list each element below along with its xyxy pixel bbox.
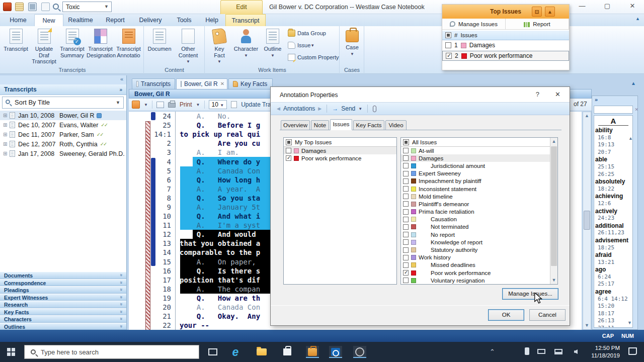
ribbon-tab-help[interactable]: Help xyxy=(201,14,222,26)
next-annotation-icon[interactable]: ▶ xyxy=(318,106,321,111)
chevron-down-icon[interactable]: » xyxy=(118,325,123,327)
all-issue-at-will[interactable]: At-will xyxy=(401,147,557,154)
expand-icon[interactable]: ⊞ xyxy=(3,113,10,118)
chevron-down-icon[interactable]: ▼ xyxy=(144,103,148,107)
all-issue-voluntary-resignation[interactable]: Voluntary resignation xyxy=(401,277,557,284)
issue-checkbox[interactable] xyxy=(403,163,409,168)
transcript-designation-button[interactable]: TranscriptDesignation xyxy=(87,28,114,58)
issue-checkbox[interactable] xyxy=(403,278,409,283)
ribbon-tab-realtime[interactable]: Realtime xyxy=(64,14,97,26)
cancel-button[interactable]: Cancel xyxy=(529,309,566,321)
manage-issues-button[interactable]: Manage Issues... xyxy=(502,288,558,300)
maximize-button[interactable]: ▢ xyxy=(601,2,614,10)
index-word[interactable]: actively xyxy=(594,208,632,215)
ribbon-tab-new[interactable]: New xyxy=(34,14,63,26)
word-index-menu-icon[interactable]: » xyxy=(592,96,637,105)
outline-button[interactable]: Outline▼ xyxy=(260,28,286,59)
index-word[interactable]: absolutely xyxy=(594,178,632,186)
expand-icon[interactable]: ⊞ xyxy=(3,122,10,128)
transcript-item-sweeney-gerald-ph-d[interactable]: ⊞Jan 17, 2008Sweeney, Gerald Ph.D. xyxy=(0,149,126,158)
data-group-button[interactable]: Data Group xyxy=(288,28,326,38)
action-center-icon[interactable] xyxy=(628,347,637,355)
all-issue-prima-facie-retaliation[interactable]: Prima facie retaliation xyxy=(401,208,557,216)
issue-button[interactable]: Issue ▼ xyxy=(288,40,314,50)
index-word[interactable]: achieving xyxy=(594,193,632,200)
battery-icon[interactable] xyxy=(537,349,545,354)
dialog-tab-overview[interactable]: Overview xyxy=(281,120,310,130)
index-word[interactable]: additional xyxy=(594,222,632,230)
report-button[interactable]: Report xyxy=(506,19,569,29)
index-citation[interactable]: 16:8 xyxy=(594,134,632,142)
doc-tab-transcripts[interactable]: Transcripts xyxy=(132,78,175,89)
send-button[interactable]: Send xyxy=(341,105,355,112)
index-citation[interactable]: 20:7 xyxy=(594,149,632,156)
collapse-sidebar-icon[interactable]: « xyxy=(120,76,123,82)
custom-property-button[interactable]: Custom Property xyxy=(288,52,339,62)
issue-margin-bar-hatched[interactable] xyxy=(145,121,150,330)
chevron-up-icon[interactable]: » xyxy=(119,87,122,93)
index-citation[interactable]: 19:13 xyxy=(594,141,632,149)
issue-checkbox[interactable] xyxy=(403,209,409,215)
volume-icon[interactable] xyxy=(574,349,578,354)
search-icon[interactable] xyxy=(53,4,59,10)
help-icon[interactable]: ? xyxy=(536,90,539,98)
dialog-title-bar[interactable]: Annotation Properties ? ✕ xyxy=(271,87,570,102)
index-word[interactable]: ability xyxy=(594,127,632,134)
usb-icon[interactable] xyxy=(525,347,529,355)
all-issue-impeachment-by-plaintiff[interactable]: Impeachment by plaintiff xyxy=(401,177,557,185)
index-citation[interactable]: 6:4 14:12 xyxy=(594,296,632,303)
issue-checkbox[interactable] xyxy=(286,148,291,153)
chevron-down-icon[interactable]: » xyxy=(118,274,123,276)
index-citation[interactable]: 18:25 xyxy=(594,244,632,252)
all-issue-expert-sweeney[interactable]: Expert Sweeney xyxy=(401,170,557,177)
contextual-edit-tab[interactable]: Edit xyxy=(220,0,263,14)
annotation-tool-icon[interactable] xyxy=(132,101,140,109)
issue-checkbox[interactable] xyxy=(403,194,409,199)
sidebar-section-key-facts[interactable]: Key Facts» xyxy=(0,308,126,316)
index-citation[interactable]: 25:17 xyxy=(594,281,632,288)
annotation-margin-bar[interactable] xyxy=(151,112,155,120)
all-issues-list[interactable]: All Issues At-willDamagesJurisdictional … xyxy=(400,137,558,285)
all-issue-plaintiff-s-demeanor[interactable]: Plaintiff's demeanor xyxy=(401,200,557,208)
select-all-checkbox[interactable] xyxy=(286,139,292,145)
key-fact-button[interactable]: KeyFact▼ xyxy=(206,28,232,65)
all-issue-statutory-authority[interactable]: Statutory authority xyxy=(401,246,557,253)
select-all-checkbox[interactable] xyxy=(445,32,451,38)
transcript-summary-button[interactable]: TranscriptSummary xyxy=(58,28,86,58)
prev-annotation-icon[interactable]: ◀ xyxy=(277,106,280,111)
obs-icon[interactable] xyxy=(353,346,366,358)
transcript-scrollbar[interactable]: ▲ ▼ xyxy=(583,112,591,330)
sidebar-section-characters[interactable]: Characters» xyxy=(0,315,126,323)
ribbon-tab-tools[interactable]: Tools xyxy=(171,14,197,26)
print-button[interactable]: Print xyxy=(180,101,192,108)
chevron-down-icon[interactable]: » xyxy=(118,288,123,291)
expand-icon[interactable]: ⊞ xyxy=(3,151,10,156)
issue-checkbox[interactable] xyxy=(403,255,409,260)
annotation-margin-bar[interactable] xyxy=(151,158,155,266)
monitor-tool-icon[interactable] xyxy=(28,3,37,11)
minimize-button[interactable]: — xyxy=(576,2,589,10)
all-issue-causation[interactable]: Causation xyxy=(401,216,557,223)
collapse-panel-icon[interactable]: ▲ xyxy=(545,7,555,17)
export-pdf-icon[interactable] xyxy=(41,3,50,11)
index-citation[interactable]: 18:17 xyxy=(594,310,632,318)
index-citation[interactable]: 13:21 xyxy=(594,259,632,266)
task-view-button[interactable] xyxy=(206,346,219,358)
issue-checkbox[interactable] xyxy=(286,155,291,161)
taskbar-search[interactable]: Type here to search xyxy=(24,345,199,359)
ok-button[interactable]: OK xyxy=(488,309,524,321)
table-tool-icon[interactable] xyxy=(15,3,24,11)
index-citation[interactable]: 6:24 xyxy=(594,274,632,281)
all-issue-not-terminated[interactable]: Not terminated xyxy=(401,223,557,231)
network-icon[interactable] xyxy=(554,349,562,354)
transcript-item-bower-gil-r[interactable]: ⊞Jan 10, 2008Bower, Gil R xyxy=(0,111,126,120)
transcript-annotatio-button[interactable]: TranscriptAnnotatio xyxy=(115,28,142,58)
sidebar-section-pleadings[interactable]: Pleadings» xyxy=(0,286,126,294)
scroll-up-icon[interactable]: ▲ xyxy=(583,112,591,120)
chevron-down-icon[interactable]: » xyxy=(118,303,123,305)
chevron-down-icon[interactable]: ▼ xyxy=(196,103,200,107)
transcripts-panel-header[interactable]: Transcripts » xyxy=(0,84,126,95)
all-issue-missed-deadlines[interactable]: Missed deadlines xyxy=(401,261,557,269)
all-issue-work-history[interactable]: Work history xyxy=(401,254,557,261)
chevron-down-icon[interactable]: » xyxy=(118,296,123,298)
